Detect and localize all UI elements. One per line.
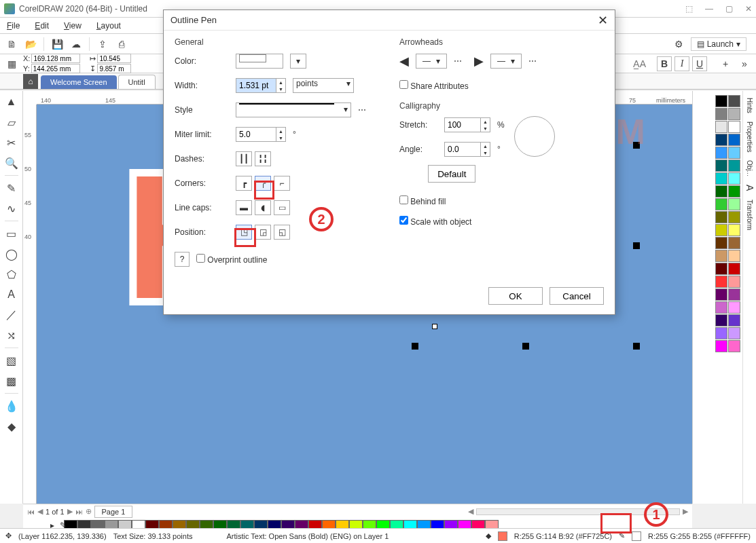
palette-swatch[interactable] xyxy=(715,211,727,223)
color-dropdown-icon[interactable]: ▾ xyxy=(290,54,306,69)
width-spinner[interactable]: ▲▼ xyxy=(276,78,286,93)
palette-swatch[interactable] xyxy=(728,134,740,146)
palette-swatch[interactable] xyxy=(715,327,727,339)
behind-fill-checkbox[interactable] xyxy=(399,195,408,204)
export-icon[interactable]: ⇪ xyxy=(95,37,110,52)
position-outside[interactable]: ◳ xyxy=(236,225,252,240)
palette-swatch[interactable] xyxy=(715,95,727,107)
miter-input[interactable] xyxy=(236,127,276,142)
menu-layout[interactable]: Layout xyxy=(96,21,121,31)
cap-square[interactable]: ▭ xyxy=(274,200,290,215)
palette-swatch[interactable] xyxy=(715,134,727,146)
width-units-select[interactable]: points▾ xyxy=(293,78,354,93)
miter-spinner[interactable]: ▲▼ xyxy=(276,127,286,142)
stretch-input[interactable] xyxy=(444,117,481,132)
palette-swatch[interactable] xyxy=(715,288,727,301)
palette-swatch[interactable] xyxy=(728,147,740,159)
palette-swatch[interactable] xyxy=(715,263,727,275)
palette-swatch[interactable] xyxy=(728,211,740,223)
italic-button[interactable]: I xyxy=(674,56,689,71)
y-coord-input[interactable] xyxy=(31,64,80,73)
style-more-icon[interactable]: ⋯ xyxy=(358,105,366,115)
minimize-icon[interactable]: ― xyxy=(705,4,713,14)
palette-swatch[interactable] xyxy=(728,224,740,236)
docker-transform[interactable]: Transform xyxy=(746,200,753,230)
open-folder-icon[interactable]: 📂 xyxy=(23,37,38,52)
palette-swatch[interactable] xyxy=(715,237,727,249)
help-icon[interactable]: ⬚ xyxy=(685,4,693,14)
page-first-icon[interactable]: ⏮ xyxy=(27,508,35,516)
ellipse-tool-icon[interactable]: ◯ xyxy=(3,246,20,262)
maximize-icon[interactable]: ▢ xyxy=(725,4,733,14)
arrow-start-more-icon[interactable]: ⋯ xyxy=(454,56,462,66)
anchor-handle[interactable] xyxy=(432,324,437,329)
palette-swatch[interactable] xyxy=(728,263,740,275)
page-last-icon[interactable]: ⏭ xyxy=(75,508,83,516)
save-icon[interactable]: 💾 xyxy=(50,37,65,52)
crop-tool-icon[interactable]: ✂ xyxy=(3,134,20,151)
palette-swatch[interactable] xyxy=(728,237,740,249)
palette-swatch[interactable] xyxy=(728,314,740,326)
shape-tool-icon[interactable]: ▱ xyxy=(3,114,20,130)
page-prev-icon[interactable]: ◀ xyxy=(37,507,43,516)
fill-tool-icon[interactable]: ◆ xyxy=(3,418,20,434)
pick-tool-icon[interactable]: ▲ xyxy=(3,94,20,110)
palette-swatch[interactable] xyxy=(728,198,740,210)
default-button[interactable]: Default xyxy=(428,165,475,183)
corner-miter[interactable]: ┏ xyxy=(236,176,252,191)
palette-swatch[interactable] xyxy=(715,160,727,172)
corner-bevel[interactable]: ⌐ xyxy=(274,176,290,191)
dash-option-2[interactable]: ╏╏ xyxy=(255,151,271,166)
add-style-icon[interactable]: + xyxy=(718,56,733,71)
ok-button[interactable]: OK xyxy=(488,287,543,305)
freehand-tool-icon[interactable]: ／ xyxy=(3,307,20,323)
palette-swatch[interactable] xyxy=(715,121,727,133)
launch-dropdown[interactable]: ▤ Launch ▾ xyxy=(691,37,746,51)
dialog-close-icon[interactable]: ✕ xyxy=(598,13,608,28)
cap-flat[interactable]: ▬ xyxy=(236,200,252,215)
bold-button[interactable]: B xyxy=(657,56,672,71)
palette-swatch[interactable] xyxy=(715,314,727,326)
menu-view[interactable]: View xyxy=(64,21,82,31)
registration-icon[interactable]: ▦ xyxy=(4,56,19,71)
palette-swatch[interactable] xyxy=(728,108,740,120)
zoom-tool-icon[interactable]: 🔍 xyxy=(3,155,20,171)
palette-swatch[interactable] xyxy=(715,147,727,159)
overprint-checkbox[interactable] xyxy=(196,254,205,263)
more-options-icon[interactable]: » xyxy=(737,56,752,71)
connector-tool-icon[interactable]: ⤭ xyxy=(3,327,20,343)
hscroll-right-icon[interactable]: ▶ xyxy=(683,507,688,516)
position-center[interactable]: ◲ xyxy=(255,225,271,240)
angle-input[interactable] xyxy=(444,142,481,157)
palette-swatch[interactable] xyxy=(728,276,740,288)
eyedropper-tool-icon[interactable]: 💧 xyxy=(3,398,20,414)
menu-file[interactable]: FFileile xyxy=(7,21,20,31)
obj-height-input[interactable] xyxy=(97,64,131,73)
palette-swatch[interactable] xyxy=(728,95,740,107)
style-select[interactable]: ▾ xyxy=(236,102,351,117)
page-tab-1[interactable]: Page 1 xyxy=(94,506,133,518)
dropshadow-tool-icon[interactable]: ▧ xyxy=(3,352,20,369)
bezier-tool-icon[interactable]: ∿ xyxy=(3,200,20,217)
outline-swatch[interactable] xyxy=(632,531,641,541)
menu-edit[interactable]: Edit xyxy=(35,21,49,31)
share-attributes-checkbox[interactable] xyxy=(399,80,408,89)
palette-swatch[interactable] xyxy=(715,224,727,236)
palette-swatch[interactable] xyxy=(715,250,727,262)
fill-swatch[interactable] xyxy=(498,531,507,541)
publish-icon[interactable]: ⎙ xyxy=(114,37,129,52)
pen-tool-icon[interactable]: ✎ xyxy=(3,180,20,196)
scale-with-object-checkbox[interactable] xyxy=(399,216,408,225)
palette-swatch[interactable] xyxy=(728,301,740,314)
tab-welcome[interactable]: Welcome Screen xyxy=(41,75,117,89)
palette-swatch[interactable] xyxy=(715,198,727,210)
position-inside[interactable]: ◱ xyxy=(274,225,290,240)
cloud-icon[interactable]: ☁ xyxy=(69,37,84,52)
arrow-end-select[interactable]: —▾ xyxy=(490,54,522,69)
palette-swatch[interactable] xyxy=(715,108,727,120)
x-coord-input[interactable] xyxy=(31,54,80,63)
palette-swatch[interactable] xyxy=(728,327,740,339)
transparency-tool-icon[interactable]: ▩ xyxy=(3,373,20,389)
docker-properties[interactable]: Properties xyxy=(746,121,753,153)
settings-icon[interactable]: ⚙ xyxy=(672,37,687,52)
